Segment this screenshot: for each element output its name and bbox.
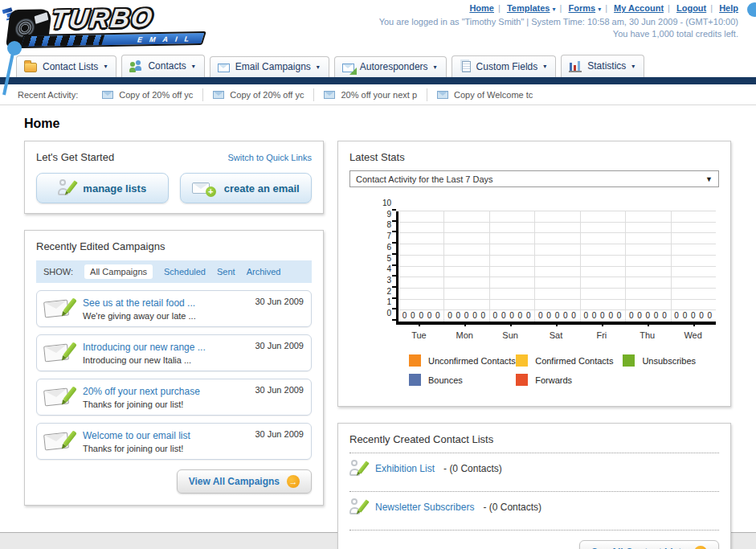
view-all-campaigns-button[interactable]: View All Campaigns →: [177, 469, 312, 494]
gridline: [398, 211, 716, 211]
activity-item-label: Copy of 20% off yc: [119, 90, 193, 100]
nav-link-help[interactable]: Help: [719, 3, 738, 13]
stats-period-dropdown[interactable]: Contact Activity for the Last 7 Days ▼: [349, 170, 719, 187]
credits-text: You have 1,000 total credits left.: [379, 28, 738, 40]
bar-value-label: 0: [518, 311, 523, 320]
tab-contacts[interactable]: Contacts ▾: [121, 55, 204, 77]
logo-email-bar: EMAIL: [19, 31, 206, 48]
nav-link-home[interactable]: Home: [469, 3, 494, 13]
y-axis-tick: [392, 319, 396, 321]
filter-all-campaigns[interactable]: All Campaigns: [84, 264, 153, 279]
nav-link-my-account[interactable]: My Account: [614, 3, 664, 13]
y-axis-tick-label: 2: [375, 286, 391, 295]
tab-statistics[interactable]: Statistics ▾: [561, 55, 644, 77]
contact-list-link[interactable]: Exhibition List: [375, 463, 435, 474]
switch-quick-links-link[interactable]: Switch to Quick Links: [227, 153, 312, 162]
campaign-subtitle: Thanks for joining our list!: [83, 444, 247, 453]
legend-label: Bounces: [428, 375, 463, 385]
filter-sent[interactable]: Sent: [217, 267, 235, 277]
bar-value-label: 0: [419, 311, 423, 320]
contact-list-count: - (0 Contacts): [443, 463, 502, 474]
bar-value-label: 0: [538, 311, 543, 320]
custom-fields-icon: [462, 61, 471, 72]
bar-value-label: 0: [600, 311, 605, 320]
campaign-date: 30 Jun 2009: [255, 341, 304, 350]
campaign-row[interactable]: Introducing our new range ... Introducin…: [36, 334, 312, 371]
get-started-title: Let's Get Started: [36, 151, 114, 163]
bar-value-label: 0: [608, 311, 613, 320]
campaign-title-link[interactable]: See us at the retail food ...: [83, 297, 247, 309]
envelope-plus-icon: +: [192, 181, 216, 195]
campaign-row[interactable]: Welcome to our email list Thanks for joi…: [36, 423, 312, 460]
legend-swatch: [409, 354, 421, 367]
app-window: TURBO EMAIL Home| Templates ▾| Forms ▾| …: [0, 0, 756, 533]
activity-item-label: 20% off your next p: [341, 90, 417, 100]
contact-list-link[interactable]: Newsletter Subscribers: [375, 502, 474, 513]
campaign-title-link[interactable]: Welcome to our email list: [83, 430, 247, 441]
tab-email-campaigns[interactable]: Email Campaigns ▾: [210, 56, 329, 77]
tab-autoresponders[interactable]: Autoresponders ▾: [334, 56, 447, 77]
nav-separator: |: [668, 3, 670, 13]
bar-value-label: 0: [691, 311, 696, 320]
nav-link-logout[interactable]: Logout: [676, 3, 706, 13]
x-axis-label: Fri: [578, 330, 624, 340]
right-column: Latest Stats Contact Activity for the La…: [337, 141, 731, 549]
legend-swatch: [516, 374, 528, 386]
tab-label: Statistics: [587, 60, 626, 72]
filter-scheduled[interactable]: Scheduled: [164, 267, 206, 277]
legend-label: Unsubscribes: [642, 356, 696, 366]
gridline: [443, 211, 444, 322]
bar-value-label: 0: [629, 311, 634, 320]
filter-archived[interactable]: Archived: [247, 267, 281, 277]
bar-value-label: 0: [526, 311, 531, 320]
bar-value-label: 0: [509, 311, 514, 320]
tab-custom-fields[interactable]: Custom Fields ▾: [452, 55, 557, 77]
help-bubble-icon[interactable]: [747, 2, 756, 17]
gridline: [398, 255, 716, 256]
nav-link-forms[interactable]: Forms: [568, 3, 595, 13]
campaign-row[interactable]: See us at the retail food ... We're givi…: [36, 290, 312, 327]
y-axis-tick-label: 10: [375, 199, 391, 207]
bar-value-label: 0: [472, 311, 477, 320]
bar-value-label: 0: [411, 311, 415, 320]
y-axis-tick-label: 4: [375, 264, 391, 273]
recent-activity-item[interactable]: Copy of 20% off yc: [203, 88, 314, 101]
contact-list-row[interactable]: Newsletter Subscribers - (0 Contacts): [349, 492, 719, 522]
nav-separator: |: [498, 3, 501, 13]
chevron-down-icon: ▾: [192, 63, 195, 70]
recent-activity-item[interactable]: 20% off your next p: [314, 88, 427, 101]
campaign-title-link[interactable]: 20% off your next purchase: [83, 386, 247, 397]
campaign-row[interactable]: 20% off your next purchase Thanks for jo…: [36, 379, 312, 416]
recent-activity-item[interactable]: Copy of Welcome tc: [427, 88, 542, 101]
page-title: Home: [24, 117, 732, 131]
campaign-title-link[interactable]: Introducing our new range ...: [83, 342, 247, 353]
tab-contact-lists[interactable]: Contact Lists ▾: [16, 55, 116, 77]
x-axis-label: Wed: [670, 330, 716, 340]
gridline: [398, 288, 716, 289]
gridline: [489, 211, 490, 322]
tab-label: Contact Lists: [43, 61, 98, 72]
manage-lists-button[interactable]: manage lists: [36, 173, 169, 203]
see-all-contact-lists-button[interactable]: See All Contact Lists →: [579, 540, 719, 549]
y-axis-tick: [392, 220, 396, 222]
nav-link-templates[interactable]: Templates: [507, 3, 550, 13]
bar-value-label: 0: [546, 311, 551, 320]
envelope-icon: [102, 91, 113, 99]
envelope-icon: [324, 91, 335, 99]
nav-separator: |: [605, 3, 607, 13]
view-all-campaigns-label: View All Campaigns: [189, 476, 280, 487]
chevron-down-icon: ▾: [553, 6, 556, 13]
x-axis-label: Thu: [624, 330, 670, 340]
chevron-down-icon: ▾: [631, 63, 635, 70]
gridline: [398, 222, 716, 223]
create-email-button[interactable]: + create an email: [180, 173, 313, 203]
turbo-email-logo: TURBO EMAIL: [6, 2, 220, 52]
navy-divider-bar: [0, 77, 756, 84]
legend-swatch: [623, 354, 635, 367]
gridline: [398, 232, 716, 233]
contact-list-row[interactable]: Exhibition List - (0 Contacts): [349, 453, 719, 484]
value-label-group: 00000: [671, 311, 716, 320]
tab-label: Contacts: [148, 60, 186, 72]
legend-swatch: [409, 374, 421, 386]
recent-activity-item[interactable]: Copy of 20% off yc: [92, 88, 203, 101]
